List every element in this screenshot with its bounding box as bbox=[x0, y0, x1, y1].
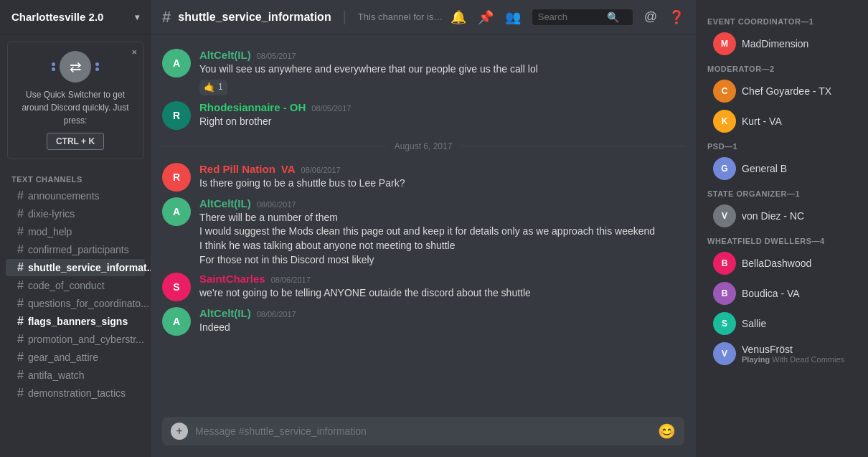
message-line: we're not going to be telling ANYONE out… bbox=[199, 286, 684, 301]
message-timestamp: 08/06/2017 bbox=[257, 200, 296, 209]
author-suffix: VA bbox=[281, 163, 296, 175]
message-timestamp: 08/06/2017 bbox=[301, 166, 341, 174]
channel-name: code_of_conduct bbox=[28, 280, 105, 291]
search-box[interactable]: 🔍 bbox=[532, 9, 633, 25]
channel-item-code-of-conduct[interactable]: #code_of_conduct bbox=[6, 277, 145, 294]
member-avatar: K bbox=[713, 110, 736, 133]
message-text: Indeed bbox=[199, 321, 684, 335]
member-info: Kurt - VA bbox=[742, 116, 782, 127]
channel-item-gear-and-attire[interactable]: #gear_and_attire bbox=[6, 349, 145, 366]
message-author: Red Pill Nation bbox=[199, 163, 275, 175]
channel-item-announcements[interactable]: #announcements bbox=[6, 187, 145, 204]
message-content: Red Pill Nation VA 08/06/2017 Is there g… bbox=[199, 163, 684, 192]
message-content: AltCelt(IL) 08/05/2017 You will see us a… bbox=[199, 49, 684, 95]
message-header: SaintCharles 08/06/2017 bbox=[199, 273, 684, 285]
hash-icon: # bbox=[17, 387, 24, 400]
message-text: You will see us anywhere and everywhere … bbox=[199, 62, 684, 95]
member-info: Boudica - VA bbox=[742, 288, 800, 299]
member-item[interactable]: S Sallie bbox=[702, 309, 862, 338]
channel-name: confirmed_participants bbox=[28, 244, 129, 255]
member-avatar: B bbox=[713, 282, 736, 305]
channel-item-demonstration-tactics[interactable]: #demonstration_tactics bbox=[6, 385, 145, 402]
message-timestamp: 08/05/2017 bbox=[311, 104, 351, 113]
hash-icon: # bbox=[17, 297, 24, 310]
member-item[interactable]: G General B bbox=[702, 154, 862, 183]
member-name: von Diez - NC bbox=[742, 210, 804, 222]
quick-switcher-close[interactable]: × bbox=[131, 47, 137, 57]
quick-switcher-description: Use Quick Switcher to get around Discord… bbox=[16, 88, 134, 127]
member-info: BellaDashwood bbox=[742, 258, 811, 269]
channel-item-promotion-and-cyberstr---[interactable]: #promotion_and_cyberstr... bbox=[6, 331, 145, 348]
member-name: MadDimension bbox=[742, 38, 808, 50]
channel-item-dixie-lyrics[interactable]: #dixie-lyrics bbox=[6, 205, 145, 222]
channel-name: dixie-lyrics bbox=[28, 208, 75, 220]
member-avatar: V bbox=[713, 342, 736, 365]
avatar: A bbox=[162, 197, 191, 226]
pin-icon[interactable]: 📌 bbox=[478, 9, 494, 25]
hash-icon: # bbox=[17, 207, 24, 220]
channel-list: #announcements#dixie-lyrics#mod_help#con… bbox=[0, 187, 151, 457]
member-avatar: M bbox=[713, 32, 736, 55]
member-item[interactable]: V von Diez - NC bbox=[702, 202, 862, 230]
message-text: There will be a number of themI would su… bbox=[199, 211, 684, 267]
at-icon[interactable]: @ bbox=[644, 9, 657, 25]
reaction-count: 1 bbox=[218, 81, 223, 93]
channel-item-mod-help[interactable]: #mod_help bbox=[6, 223, 145, 240]
member-item[interactable]: C Chef Goyardee - TX bbox=[702, 77, 862, 105]
message-group: A AltCelt(IL) 08/06/2017 There will be a… bbox=[151, 194, 696, 270]
channel-item-flags-banners-signs[interactable]: #flags_banners_signs bbox=[6, 313, 145, 330]
channel-name: antifa_watch bbox=[28, 369, 85, 381]
channel-item-confirmed-participants[interactable]: #confirmed_participants bbox=[6, 241, 145, 258]
member-item[interactable]: B BellaDashwood bbox=[702, 249, 862, 278]
quick-switcher-shortcut[interactable]: CTRL + K bbox=[47, 133, 104, 150]
reaction[interactable]: 🤙1 bbox=[199, 80, 227, 95]
channel-name: announcements bbox=[28, 190, 100, 202]
message-timestamp: 08/06/2017 bbox=[257, 310, 296, 319]
member-item[interactable]: B Boudica - VA bbox=[702, 279, 862, 308]
member-section-header: STATE ORGANIZER—1 bbox=[696, 184, 868, 201]
message-line: Indeed bbox=[199, 321, 684, 335]
member-avatar: S bbox=[713, 312, 736, 335]
channel-name: promotion_and_cyberstr... bbox=[28, 334, 144, 345]
message-input[interactable] bbox=[195, 425, 651, 437]
message-group: R Red Pill Nation VA 08/06/2017 Is there… bbox=[151, 160, 696, 194]
member-info: Sallie bbox=[742, 318, 766, 329]
members-icon[interactable]: 👥 bbox=[505, 9, 521, 25]
member-item[interactable]: M MadDimension bbox=[702, 29, 862, 58]
hash-icon: # bbox=[17, 333, 24, 346]
help-icon[interactable]: ❓ bbox=[669, 9, 684, 25]
avatar: R bbox=[162, 101, 191, 130]
member-name: Kurt - VA bbox=[742, 116, 782, 127]
server-header[interactable]: Charlottesville 2.0 ▾ bbox=[0, 0, 151, 34]
member-item[interactable]: K Kurt - VA bbox=[702, 107, 862, 136]
message-group: R Rhodesiannaire - OH 08/05/2017 Right o… bbox=[151, 98, 696, 133]
hash-icon: # bbox=[17, 261, 24, 274]
search-input[interactable] bbox=[538, 11, 603, 22]
message-line: I would suggest the Mods clean this page… bbox=[199, 225, 684, 239]
member-name: VenusFröst bbox=[742, 344, 844, 355]
avatar: R bbox=[162, 163, 191, 192]
message-header: Rhodesiannaire - OH 08/05/2017 bbox=[199, 101, 684, 113]
message-text: Is there going to be a shuttle bus to Le… bbox=[199, 176, 684, 191]
channel-hash-icon: # bbox=[162, 8, 171, 27]
bell-icon[interactable]: 🔔 bbox=[450, 9, 466, 25]
chat-input-box: + 😊 bbox=[162, 417, 684, 446]
chat-input-area: + 😊 bbox=[151, 417, 696, 457]
channel-item-questions-for-coordinato---[interactable]: #questions_for_coordinato... bbox=[6, 295, 145, 312]
message-header: Red Pill Nation VA 08/06/2017 bbox=[199, 163, 684, 175]
message-group: A AltCelt(IL) 08/05/2017 You will see us… bbox=[151, 46, 696, 98]
emoji-button[interactable]: 😊 bbox=[658, 423, 676, 440]
message-author: AltCelt(IL) bbox=[199, 49, 251, 61]
member-item[interactable]: V VenusFröst Playing With Dead Commies bbox=[702, 339, 862, 368]
channel-item-shuttle-service-informat---[interactable]: #shuttle_service_informat... bbox=[6, 259, 145, 276]
hash-icon: # bbox=[17, 225, 24, 238]
member-status: Playing With Dead Commies bbox=[742, 355, 844, 364]
member-info: von Diez - NC bbox=[742, 210, 804, 222]
member-name: Chef Goyardee - TX bbox=[742, 85, 831, 97]
member-avatar: C bbox=[713, 80, 736, 103]
channel-item-antifa-watch[interactable]: #antifa_watch bbox=[6, 367, 145, 384]
attach-button[interactable]: + bbox=[171, 423, 188, 440]
messages-container: A AltCelt(IL) 08/05/2017 You will see us… bbox=[151, 34, 696, 417]
message-header: AltCelt(IL) 08/06/2017 bbox=[199, 197, 684, 209]
channel-name: gear_and_attire bbox=[28, 352, 98, 363]
